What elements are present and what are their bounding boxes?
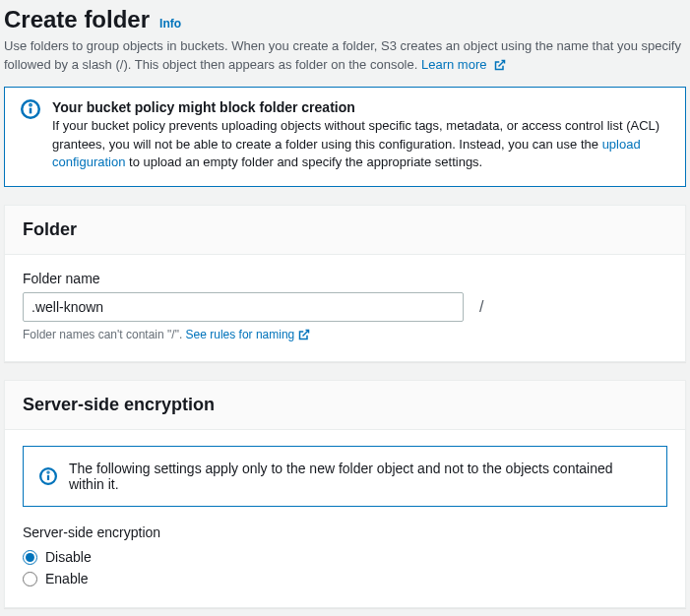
- naming-rules-label: See rules for naming: [186, 328, 295, 341]
- info-link[interactable]: Info: [159, 17, 181, 31]
- page-title: Create folder: [4, 6, 150, 33]
- learn-more-label: Learn more: [421, 57, 486, 72]
- sse-enable-label: Enable: [45, 571, 89, 586]
- folder-name-label: Folder name: [23, 271, 667, 286]
- external-link-icon: [494, 58, 506, 77]
- page-header: Create folder Info: [4, 0, 686, 37]
- sse-radio-group: Disable Enable: [23, 546, 667, 589]
- folder-name-input[interactable]: [23, 292, 464, 322]
- sse-notice-text: The following settings apply only to the…: [69, 461, 651, 492]
- external-link-icon: [298, 329, 310, 343]
- learn-more-link[interactable]: Learn more: [421, 57, 506, 72]
- naming-rules-link[interactable]: See rules for naming: [186, 328, 311, 341]
- folder-panel-header: Folder: [5, 206, 685, 255]
- folder-name-suffix: /: [479, 298, 483, 316]
- info-icon: [39, 467, 57, 485]
- folder-panel-title: Folder: [23, 219, 667, 240]
- intro-body: Use folders to group objects in buckets.…: [4, 38, 681, 72]
- sse-group-label: Server-side encryption: [23, 524, 667, 540]
- alert-text-after: to upload an empty folder and specify th…: [125, 154, 482, 169]
- sse-disable-label: Disable: [45, 549, 92, 565]
- alert-body: Your bucket policy might block folder cr…: [52, 99, 669, 173]
- sse-option-disable[interactable]: Disable: [23, 546, 667, 568]
- intro-text: Use folders to group objects in buckets.…: [4, 37, 686, 87]
- folder-name-hint: Folder names can't contain "/". See rule…: [23, 328, 667, 343]
- svg-point-2: [30, 104, 31, 105]
- info-icon: [21, 99, 40, 173]
- sse-panel-title: Server-side encryption: [23, 395, 667, 415]
- sse-option-enable[interactable]: Enable: [23, 568, 667, 589]
- alert-text: If your bucket policy prevents uploading…: [52, 117, 669, 173]
- sse-notice: The following settings apply only to the…: [23, 446, 667, 507]
- folder-panel: Folder Folder name / Folder names can't …: [4, 205, 686, 362]
- sse-panel: Server-side encryption The following set…: [4, 380, 686, 608]
- bucket-policy-alert: Your bucket policy might block folder cr…: [4, 87, 686, 188]
- sse-radio-enable[interactable]: [23, 572, 37, 586]
- alert-text-before: If your bucket policy prevents uploading…: [52, 118, 659, 152]
- alert-title: Your bucket policy might block folder cr…: [52, 99, 669, 115]
- svg-point-5: [47, 472, 48, 473]
- sse-panel-header: Server-side encryption: [5, 381, 685, 430]
- hint-text: Folder names can't contain "/".: [23, 328, 186, 341]
- sse-radio-disable[interactable]: [23, 550, 37, 565]
